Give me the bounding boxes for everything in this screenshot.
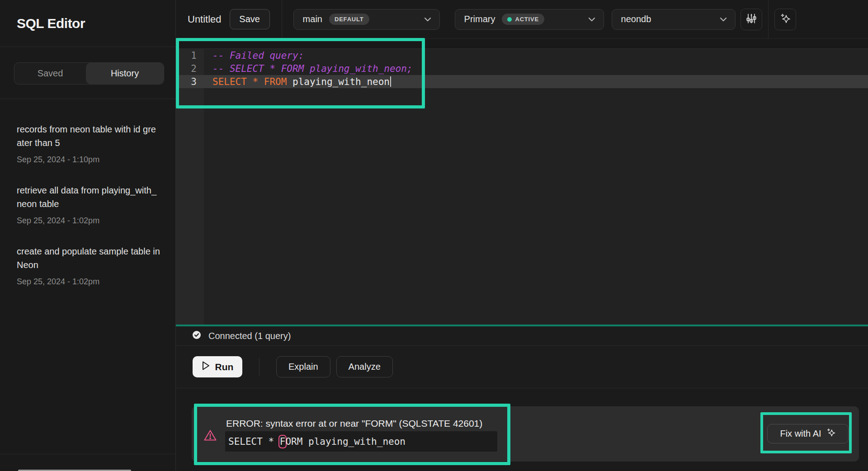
- top-toolbar: Untitled Save main DEFAULT Primary ACTIV…: [176, 0, 868, 39]
- query-actions-bar: Run Explain Analyze: [176, 346, 868, 388]
- page-title: SQL Editor: [17, 16, 85, 31]
- error-code-before: SELECT *: [228, 436, 280, 447]
- default-badge: DEFAULT: [329, 14, 369, 25]
- history-item-timestamp: Sep 25, 2024 - 1:02pm: [17, 277, 161, 287]
- history-item-title: records from neon table with id greater …: [17, 122, 161, 150]
- line-number: 2: [176, 63, 204, 74]
- sparkles-icon: [826, 428, 836, 440]
- active-badge-label: ACTIVE: [515, 16, 538, 23]
- fix-with-ai-label: Fix with AI: [780, 429, 821, 439]
- code-line-3-active: 3 SELECT * FROM playing_with_neon: [176, 75, 868, 88]
- tab-saved[interactable]: Saved: [14, 63, 86, 84]
- sql-comment: -- SELECT * FORM playing_with_neon;: [204, 63, 413, 74]
- sql-star: *: [253, 76, 264, 87]
- history-item[interactable]: records from neon table with id greater …: [17, 122, 161, 165]
- sidebar: SQL Editor Saved History records from ne…: [0, 0, 176, 471]
- editor-code-lines: 1 -- Failed query: 2 -- SELECT * FORM pl…: [176, 49, 868, 88]
- history-item-title: retrieve all data from playing_with_neon…: [17, 184, 161, 211]
- branch-select[interactable]: main DEFAULT: [293, 9, 440, 30]
- actions-divider: [259, 358, 259, 376]
- active-status-dot-icon: [507, 17, 512, 22]
- sidebar-header: SQL Editor: [0, 0, 175, 47]
- settings-sliders-button[interactable]: [741, 9, 762, 30]
- sliders-icon: [745, 13, 757, 26]
- sql-table-name: playing_with_neon: [287, 76, 390, 87]
- compute-select[interactable]: Primary ACTIVE: [455, 9, 604, 30]
- query-title: Untitled: [188, 14, 222, 25]
- chevron-down-icon: [424, 17, 431, 22]
- chevron-down-icon: [588, 17, 595, 22]
- results-output-area: ERROR: syntax error at or near "FORM" (S…: [176, 388, 868, 471]
- main-panel: Untitled Save main DEFAULT Primary ACTIV…: [176, 0, 868, 471]
- warning-triangle-icon: [203, 428, 217, 444]
- fix-with-ai-button[interactable]: Fix with AI: [767, 424, 849, 443]
- sidebar-tabs-section: Saved History: [0, 47, 175, 99]
- history-item-timestamp: Sep 25, 2024 - 1:10pm: [17, 155, 161, 165]
- error-panel: ERROR: syntax error at or near "FORM" (S…: [192, 406, 859, 462]
- sql-keyword: SELECT: [212, 76, 253, 87]
- sql-code-editor[interactable]: 1 -- Failed query: 2 -- SELECT * FORM pl…: [176, 39, 868, 325]
- sql-statement: SELECT * FROM playing_with_neon: [204, 76, 391, 87]
- history-item-title: create and populate sample table in Neon: [17, 245, 161, 272]
- text-cursor: [390, 76, 391, 87]
- connection-status-text: Connected (1 query): [208, 331, 291, 341]
- play-icon: [202, 361, 210, 373]
- error-highlight-char: F: [280, 436, 286, 447]
- history-item[interactable]: retrieve all data from playing_with_neon…: [17, 184, 161, 226]
- connection-status-bar: Connected (1 query): [176, 326, 868, 346]
- error-message: ERROR: syntax error at or near "FORM" (S…: [226, 418, 482, 429]
- sql-editor-app: SQL Editor Saved History records from ne…: [0, 0, 868, 471]
- error-code-after: ORM playing_with_neon: [285, 436, 406, 447]
- code-line-2: 2 -- SELECT * FORM playing_with_neon;: [176, 62, 868, 75]
- tab-history[interactable]: History: [86, 63, 164, 84]
- ai-assist-button[interactable]: [774, 9, 796, 30]
- error-query-snippet: SELECT * FORM playing_with_neon: [225, 431, 497, 452]
- line-number: 1: [176, 50, 204, 61]
- database-select-value: neondb: [621, 14, 651, 24]
- sql-comment: -- Failed query:: [204, 50, 304, 61]
- editor-top-strip: [176, 39, 868, 49]
- explain-button[interactable]: Explain: [276, 356, 330, 377]
- history-item-timestamp: Sep 25, 2024 - 1:02pm: [17, 216, 161, 226]
- saved-history-tabs: Saved History: [14, 62, 164, 85]
- active-badge: ACTIVE: [502, 14, 544, 25]
- sidebar-bottom-divider: [0, 454, 175, 454]
- chevron-down-icon: [720, 17, 727, 22]
- toolbar-divider: [282, 0, 282, 38]
- database-select[interactable]: neondb: [612, 9, 736, 30]
- history-item[interactable]: create and populate sample table in Neon…: [17, 245, 161, 287]
- sql-keyword: FROM: [264, 76, 287, 87]
- toolbar-divider: [768, 0, 769, 38]
- history-list: records from neon table with id greater …: [0, 99, 175, 287]
- line-number: 3: [176, 76, 204, 87]
- check-circle-icon: [192, 330, 201, 341]
- editor-gutter: [176, 49, 204, 325]
- code-line-1: 1 -- Failed query:: [176, 49, 868, 62]
- compute-select-value: Primary: [464, 14, 495, 24]
- analyze-button[interactable]: Analyze: [336, 356, 393, 377]
- branch-select-value: main: [303, 14, 322, 24]
- run-button-label: Run: [215, 362, 234, 372]
- save-button[interactable]: Save: [230, 9, 270, 29]
- run-button[interactable]: Run: [193, 356, 242, 377]
- sparkles-icon: [779, 13, 791, 26]
